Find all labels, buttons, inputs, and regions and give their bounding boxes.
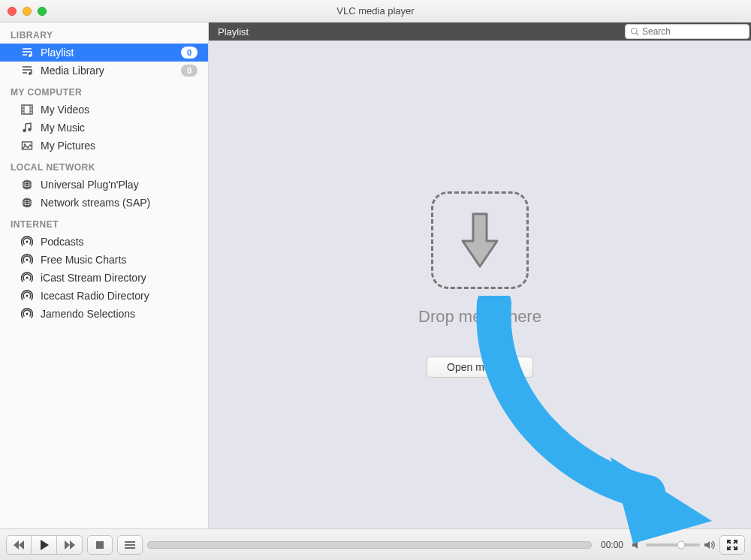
volume-control	[632, 540, 715, 549]
seek-bar[interactable]	[147, 541, 592, 549]
sidebar-item-jamendo-selections[interactable]: Jamendo Selections	[0, 305, 208, 323]
sidebar-item-label: Podcasts	[41, 236, 198, 248]
sidebar-item-label: iCast Stream Directory	[41, 272, 198, 284]
app-window: VLC media player LIBRARYPlaylist0Media L…	[0, 0, 751, 560]
video-icon	[21, 104, 33, 116]
svg-point-34	[26, 312, 28, 315]
podcast-icon	[21, 308, 33, 320]
podcast-icon	[21, 254, 33, 266]
svg-point-35	[632, 29, 638, 35]
search-icon	[630, 27, 639, 36]
svg-point-31	[26, 258, 28, 260]
stop-button[interactable]	[87, 535, 113, 555]
search-input[interactable]	[642, 26, 744, 37]
svg-point-18	[28, 128, 31, 131]
sidebar-section-header: INTERNET	[0, 212, 208, 233]
podcast-icon	[21, 290, 33, 302]
sidebar-item-free-music-charts[interactable]: Free Music Charts	[0, 251, 208, 269]
dropzone-target[interactable]	[431, 191, 529, 289]
titlebar: VLC media player	[0, 0, 751, 23]
sidebar-item-media-library[interactable]: Media Library0	[0, 62, 208, 80]
sidebar-item-label: Network streams (SAP)	[41, 197, 198, 209]
volume-slider[interactable]	[646, 543, 700, 546]
sidebar-item-my-pictures[interactable]: My Pictures	[0, 137, 208, 155]
playlist-icon	[21, 47, 33, 59]
content-area[interactable]: Drop media here Open media...	[209, 41, 751, 528]
svg-marker-38	[19, 540, 24, 549]
transport-buttons	[6, 535, 83, 555]
library-icon	[21, 65, 33, 77]
sidebar-section-header: LIBRARY	[0, 23, 208, 44]
minimize-window-button[interactable]	[23, 7, 32, 16]
content-header: Playlist	[209, 23, 751, 41]
svg-point-33	[26, 294, 28, 297]
dropzone-label: Drop media here	[418, 307, 541, 327]
svg-point-32	[26, 276, 28, 278]
next-button[interactable]	[57, 535, 83, 555]
maximize-window-button[interactable]	[38, 7, 47, 16]
svg-rect-43	[96, 541, 104, 549]
open-media-button[interactable]: Open media...	[427, 357, 533, 378]
sidebar: LIBRARYPlaylist0Media Library0MY COMPUTE…	[0, 23, 209, 528]
main-panel: Playlist	[209, 23, 751, 528]
sidebar-item-universal-plug-n-play[interactable]: Universal Plug'n'Play	[0, 176, 208, 194]
svg-line-36	[636, 33, 638, 35]
sidebar-item-playlist[interactable]: Playlist0	[0, 44, 208, 62]
fullscreen-button[interactable]	[719, 535, 745, 555]
close-window-button[interactable]	[8, 7, 17, 16]
sidebar-item-label: Playlist	[41, 47, 173, 59]
playback-controls: 00:00	[0, 528, 751, 560]
sidebar-item-network-streams-sap-[interactable]: Network streams (SAP)	[0, 194, 208, 212]
sidebar-item-label: My Pictures	[41, 140, 198, 152]
svg-marker-41	[65, 540, 70, 549]
previous-button[interactable]	[6, 535, 32, 555]
count-badge: 0	[181, 65, 198, 77]
svg-rect-10	[22, 105, 32, 114]
sidebar-item-label: My Music	[41, 122, 198, 134]
svg-marker-40	[41, 540, 49, 550]
volume-high-icon	[704, 540, 715, 549]
sidebar-item-podcasts[interactable]: Podcasts	[0, 233, 208, 251]
count-badge: 0	[181, 47, 198, 59]
svg-marker-48	[704, 541, 710, 549]
sidebar-item-label: Media Library	[41, 65, 173, 77]
window-title: VLC media player	[0, 5, 751, 17]
sidebar-item-label: Free Music Charts	[41, 254, 198, 266]
podcast-icon	[21, 272, 33, 284]
podcast-icon	[21, 236, 33, 248]
dropzone[interactable]: Drop media here Open media...	[418, 191, 541, 378]
sidebar-item-my-videos[interactable]: My Videos	[0, 101, 208, 119]
volume-thumb[interactable]	[677, 540, 685, 549]
music-icon	[21, 122, 33, 134]
sidebar-item-icecast-radio-directory[interactable]: Icecast Radio Directory	[0, 287, 208, 305]
svg-marker-39	[14, 540, 19, 549]
window-controls	[8, 7, 47, 16]
volume-low-icon	[632, 540, 641, 549]
play-button[interactable]	[32, 535, 57, 555]
sidebar-section-header: MY COMPUTER	[0, 80, 208, 101]
svg-point-30	[26, 240, 28, 242]
globe-icon	[21, 179, 33, 191]
search-box[interactable]	[625, 24, 749, 39]
download-arrow-icon	[460, 211, 500, 269]
sidebar-item-label: My Videos	[41, 104, 198, 116]
sidebar-item-label: Icecast Radio Directory	[41, 290, 198, 302]
globe-icon	[21, 197, 33, 209]
sidebar-item-my-music[interactable]: My Music	[0, 119, 208, 137]
content-header-title: Playlist	[218, 26, 617, 38]
svg-marker-42	[70, 540, 75, 549]
sidebar-item-label: Jamendo Selections	[41, 308, 198, 320]
sidebar-item-label: Universal Plug'n'Play	[41, 179, 198, 191]
body: LIBRARYPlaylist0Media Library0MY COMPUTE…	[0, 23, 751, 528]
pictures-icon	[21, 140, 33, 152]
sidebar-section-header: LOCAL NETWORK	[0, 155, 208, 176]
playlist-toggle-button[interactable]	[117, 535, 143, 555]
svg-marker-47	[632, 541, 638, 549]
sidebar-item-icast-stream-directory[interactable]: iCast Stream Directory	[0, 269, 208, 287]
time-elapsed: 00:00	[596, 540, 628, 550]
